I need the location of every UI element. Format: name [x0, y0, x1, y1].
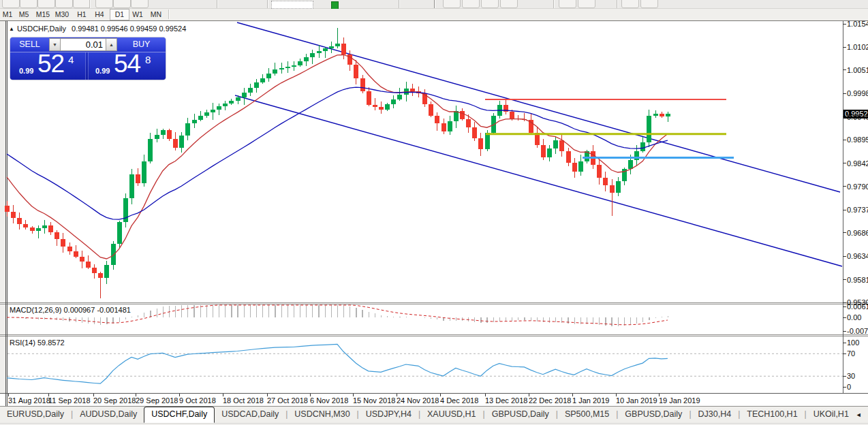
date-axis-label: 19 Jan 2019: [659, 396, 700, 405]
toolbar-button[interactable]: [131, 0, 149, 8]
toolbar-separator: [553, 0, 555, 8]
toolbar-button[interactable]: [578, 0, 595, 8]
mt4-window: M1M5M15M30H1H4D1W1MN ▲USDCHF,Daily0.9948…: [0, 0, 868, 425]
tab-xauusd-h1[interactable]: XAUUSD,H1: [420, 407, 483, 423]
bid-price-panel[interactable]: 0.99 52 4: [10, 52, 86, 80]
toolbar-button[interactable]: [37, 0, 55, 8]
tab-gbpusd-daily[interactable]: GBPUSD,Daily: [485, 407, 556, 423]
date-axis-label: 13 Dec 2018: [485, 396, 527, 405]
chart-right-border: [843, 21, 843, 394]
tab-eurusd-daily[interactable]: EURUSD,Daily: [0, 407, 71, 423]
toolbar-button[interactable]: [640, 0, 658, 8]
toolbar-button[interactable]: [2, 0, 20, 8]
price-axis-label: 0.98425: [847, 159, 868, 168]
date-axis-label: 6 Nov 2018: [310, 396, 348, 405]
date-axis-label: 4 Dec 2018: [440, 396, 478, 405]
ask-price-panel[interactable]: 0.99 54 8: [88, 52, 166, 80]
ask-price-prefix: 0.99: [95, 67, 110, 75]
date-axis-label: 20 Sep 2018: [93, 396, 136, 405]
top-toolbar[interactable]: [0, 0, 868, 9]
timeframe-button-w1[interactable]: W1: [129, 10, 146, 20]
date-axis-label: 1 Jan 2019: [572, 396, 609, 405]
price-axis-label: 0.97900: [847, 183, 868, 191]
price-axis-label: 0.97375: [847, 206, 868, 214]
collapse-arrow-icon[interactable]: ▲: [9, 26, 14, 32]
toolbar-button[interactable]: [95, 0, 113, 8]
price-axis-label: 1.01545: [847, 20, 868, 28]
date-axis-label: 11 Sep 2018: [48, 396, 91, 405]
price-axis-label: 0.98950: [847, 136, 868, 144]
tab-sp500-m15[interactable]: SP500,M15: [558, 407, 616, 423]
macd-panel[interactable]: [7, 304, 843, 334]
toolbar-button[interactable]: [73, 0, 91, 8]
price-axis-label: 0.99985: [847, 89, 868, 97]
tab-scroll-arrows: ◄►: [856, 407, 868, 423]
tab-dj30-h4[interactable]: DJ30,H4: [692, 407, 739, 423]
tab-usdchf-daily[interactable]: USDCHF,Daily: [144, 407, 215, 423]
chart-left-border-inner: [7, 21, 7, 406]
date-axis-label: 18 Oct 2018: [223, 396, 264, 405]
timeframe-button-mn[interactable]: MN: [147, 10, 165, 20]
toolbar-button[interactable]: [481, 0, 499, 8]
ask-price-pip: 8: [145, 54, 151, 65]
toolbar-button[interactable]: [55, 0, 73, 8]
price-axis-label: 0.99460: [847, 113, 868, 121]
toolbar-separator: [399, 0, 400, 8]
tab-ukoil-h1[interactable]: UKOil,H1: [807, 407, 856, 423]
timeframe-button-h4[interactable]: H4: [90, 10, 109, 20]
tab-audusd-daily[interactable]: AUDUSD,Daily: [73, 407, 144, 423]
timeframe-button-m30[interactable]: M30: [53, 10, 71, 20]
volume-input[interactable]: [61, 38, 106, 51]
rsi-axis-label: 30: [847, 372, 855, 380]
tab-scroll-left-icon[interactable]: ◄: [856, 411, 862, 418]
toolbar-button[interactable]: [443, 0, 461, 8]
tab-usdjpy-h4[interactable]: USDJPY,H4: [359, 407, 418, 423]
toolbar-combobox[interactable]: [271, 1, 313, 9]
macd-label: MACD(12,26,9) 0.000967 -0.001481: [10, 306, 131, 314]
toolbar-separator: [617, 0, 618, 8]
date-axis-label: 27 Oct 2018: [267, 396, 308, 405]
date-axis-label: 22 Dec 2018: [529, 396, 571, 405]
toolbar-button[interactable]: [20, 0, 37, 8]
timeframe-button-m5[interactable]: M5: [15, 10, 33, 20]
toolbar-button[interactable]: [113, 0, 131, 8]
bid-price-pip: 4: [68, 54, 74, 65]
tab-gbpusd-daily[interactable]: GBPUSD,Daily: [618, 407, 689, 423]
time-scale-border: [0, 393, 868, 394]
toolbar-separator: [267, 0, 268, 8]
toolbar-button[interactable]: [462, 0, 480, 8]
toolbar-separator: [89, 0, 91, 8]
macd-axis-label: -0.007142: [847, 327, 868, 335]
date-axis-label: 24 Nov 2018: [397, 396, 439, 405]
timeframe-button-h1[interactable]: H1: [72, 10, 91, 20]
timeframe-button-m1[interactable]: M1: [0, 10, 15, 20]
rsi-axis-label: 70: [847, 349, 855, 358]
toolbar-button[interactable]: [500, 0, 518, 8]
bid-price-prefix: 0.99: [19, 67, 33, 75]
timeframe-button-m15[interactable]: M15: [33, 10, 52, 20]
chart-title: ▲USDCHF,Daily0.99481 0.99546 0.99459 0.9…: [9, 25, 186, 33]
macd-axis-label: 0.006137: [847, 302, 868, 311]
bid-price-big: 52: [37, 50, 64, 78]
ask-price-big: 54: [114, 50, 140, 78]
price-axis-label: 0.95815: [847, 276, 868, 284]
chart-top-border: [0, 20, 868, 21]
toolbar-button[interactable]: [621, 0, 639, 8]
tab-tech100-h1[interactable]: TECH100,H1: [740, 407, 804, 423]
timeframe-toolbar: M1M5M15M30H1H4D1W1MN: [0, 9, 868, 21]
macd-axis-label: 0.00: [847, 313, 861, 321]
rsi-label: RSI(14) 59.8572: [10, 339, 65, 347]
toolbar-separator: [168, 10, 170, 19]
panel-separator: [0, 304, 868, 304]
toolbar-separator: [217, 0, 218, 8]
panel-separator: [0, 336, 868, 336]
chart-tab-bar: EURUSD,Daily|AUDUSD,DailyUSDCHF,DailyUSD…: [0, 407, 868, 424]
timeframe-button-d1[interactable]: D1: [110, 9, 129, 20]
rsi-panel[interactable]: [7, 336, 843, 393]
price-axis-label: 1.00510: [847, 66, 868, 74]
symbol-label: USDCHF,Daily: [17, 25, 66, 33]
tab-usdcnh-m30[interactable]: USDCNH,M30: [288, 407, 356, 423]
toolbar-button[interactable]: [559, 0, 576, 8]
tab-usdcad-daily[interactable]: USDCAD,Daily: [215, 407, 285, 423]
toolbar-separator: [434, 0, 435, 8]
